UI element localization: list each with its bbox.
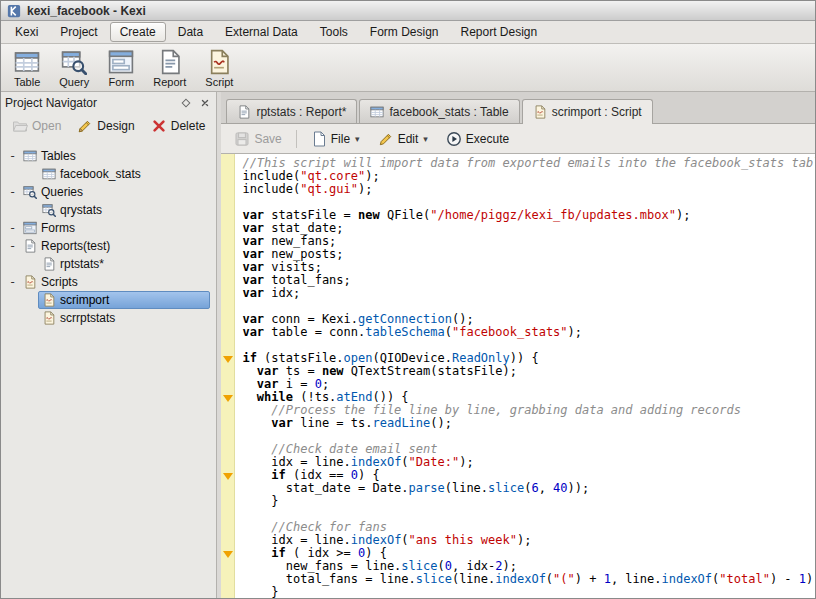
navigator-title: Project Navigator	[5, 96, 97, 110]
tab-rptstats-report[interactable]: rptstats : Report*	[226, 99, 357, 123]
navigator-delete-button[interactable]: Delete	[144, 115, 213, 137]
menu-item-project[interactable]: Project	[50, 22, 107, 42]
navigator-design-button[interactable]: Design	[70, 115, 141, 137]
table-icon	[14, 49, 40, 75]
menu-item-create[interactable]: Create	[110, 22, 166, 42]
app-icon[interactable]	[7, 4, 21, 18]
float-panel-icon[interactable]	[178, 95, 193, 110]
create-report-button[interactable]: Report	[145, 47, 194, 89]
script-icon	[206, 49, 232, 75]
form-icon	[108, 49, 134, 75]
tree-item-queries[interactable]: -Queries	[1, 183, 216, 201]
navigator-open-button[interactable]: Open	[5, 115, 68, 137]
code-line[interactable]: var idx;	[221, 287, 815, 300]
script-execute-button[interactable]: Execute	[439, 128, 516, 150]
code-line[interactable]: var total_fans;	[221, 274, 815, 287]
table-icon	[42, 167, 56, 181]
fold-marker-icon[interactable]	[223, 395, 233, 402]
tree-expander-icon[interactable]: -	[6, 185, 19, 199]
folder-open-icon	[12, 118, 28, 134]
code-line[interactable]: stat_date = Date.parse(line.slice(6, 40)…	[221, 482, 815, 495]
navigator-header: Project Navigator	[1, 92, 216, 113]
form-icon	[23, 221, 37, 235]
execute-icon	[446, 131, 462, 147]
fold-marker-icon[interactable]	[223, 473, 233, 480]
script-toolbar: SaveFile▾Edit▾Execute	[221, 124, 815, 154]
table-icon	[370, 105, 384, 119]
close-panel-icon[interactable]	[197, 95, 212, 110]
delete-icon	[151, 118, 167, 134]
tree-expander-icon[interactable]: -	[6, 275, 19, 289]
menu-item-tools[interactable]: Tools	[310, 22, 358, 42]
menu-item-report-design[interactable]: Report Design	[451, 22, 548, 42]
create-table-button[interactable]: Table	[6, 47, 48, 89]
code-line[interactable]: }	[221, 586, 815, 598]
project-navigator-panel: Project Navigator OpenDesignDelete -Tabl…	[1, 92, 217, 598]
table-icon	[23, 149, 37, 163]
script-file-button[interactable]: File▾	[304, 128, 367, 150]
create-query-button[interactable]: Query	[51, 47, 97, 89]
chevron-down-icon: ▾	[355, 134, 360, 144]
fold-marker-icon[interactable]	[223, 551, 233, 558]
navigator-toolbar: OpenDesignDelete	[1, 113, 216, 139]
fold-marker-icon[interactable]	[223, 356, 233, 363]
tree-expander-icon[interactable]: -	[6, 239, 19, 253]
tab-facebook-stats-table[interactable]: facebook_stats : Table	[359, 99, 519, 123]
query-icon	[42, 203, 56, 217]
menu-item-data[interactable]: Data	[168, 22, 213, 42]
report-icon	[42, 257, 56, 271]
kexi-window: kexi_facebook - Kexi KexiProjectCreateDa…	[0, 0, 816, 599]
script-edit-button[interactable]: Edit▾	[371, 128, 435, 150]
content-area: Project Navigator OpenDesignDelete -Tabl…	[1, 92, 815, 598]
script-save-button[interactable]: Save	[227, 128, 288, 150]
script-icon	[23, 275, 37, 289]
tree-item-reports-test[interactable]: -Reports(test)	[1, 237, 216, 255]
script-icon	[42, 293, 56, 307]
design-icon	[77, 118, 93, 134]
tree-expander-icon[interactable]: -	[6, 221, 19, 235]
tree-item-scrrptstats[interactable]: scrrptstats	[1, 309, 216, 327]
report-icon	[237, 105, 251, 119]
code-lines: //This script will import data from expo…	[221, 157, 815, 598]
query-icon	[61, 49, 87, 75]
report-icon	[23, 239, 37, 253]
toolbar-separator	[296, 130, 297, 148]
window-title: kexi_facebook - Kexi	[27, 4, 146, 18]
create-form-button[interactable]: Form	[100, 47, 142, 89]
script-icon	[42, 311, 56, 325]
query-icon	[23, 185, 37, 199]
script-icon	[533, 105, 547, 119]
report-icon	[157, 49, 183, 75]
tab-scrimport-script[interactable]: scrimport : Script	[522, 99, 653, 124]
code-line[interactable]: }	[221, 495, 815, 508]
script-editor[interactable]: //This script will import data from expo…	[221, 154, 815, 598]
save-icon	[234, 131, 250, 147]
chevron-down-icon: ▾	[423, 134, 428, 144]
menu-item-external-data[interactable]: External Data	[215, 22, 308, 42]
tree-item-facebook-stats[interactable]: facebook_stats	[1, 165, 216, 183]
tree-item-scrimport[interactable]: scrimport	[1, 291, 216, 309]
file-icon	[311, 131, 327, 147]
menubar: KexiProjectCreateDataExternal DataToolsF…	[1, 21, 815, 44]
menu-item-form-design[interactable]: Form Design	[360, 22, 449, 42]
tree-item-scripts[interactable]: -Scripts	[1, 273, 216, 291]
create-script-button[interactable]: Script	[197, 47, 241, 89]
code-line[interactable]: include("qt.gui");	[221, 183, 815, 196]
titlebar[interactable]: kexi_facebook - Kexi	[1, 1, 815, 21]
main-area: rptstats : Report*facebook_stats : Table…	[221, 92, 815, 598]
menu-item-kexi[interactable]: Kexi	[5, 22, 48, 42]
tree-item-tables[interactable]: -Tables	[1, 147, 216, 165]
navigator-tree: -Tablesfacebook_stats-Queriesqrystats-Fo…	[1, 139, 216, 598]
code-line[interactable]: var line = ts.readLine();	[221, 417, 815, 430]
create-toolbar: TableQueryFormReportScript	[1, 44, 815, 92]
tree-item-forms[interactable]: -Forms	[1, 219, 216, 237]
tabbar: rptstats : Report*facebook_stats : Table…	[221, 92, 815, 124]
edit-icon	[378, 131, 394, 147]
tree-item-qrystats[interactable]: qrystats	[1, 201, 216, 219]
tree-expander-icon[interactable]: -	[6, 149, 19, 163]
code-line[interactable]: total_fans = line.slice(line.indexOf("("…	[221, 573, 815, 586]
code-line[interactable]: var table = conn.tableSchema("facebook_s…	[221, 326, 815, 339]
tree-item-rptstats[interactable]: rptstats*	[1, 255, 216, 273]
